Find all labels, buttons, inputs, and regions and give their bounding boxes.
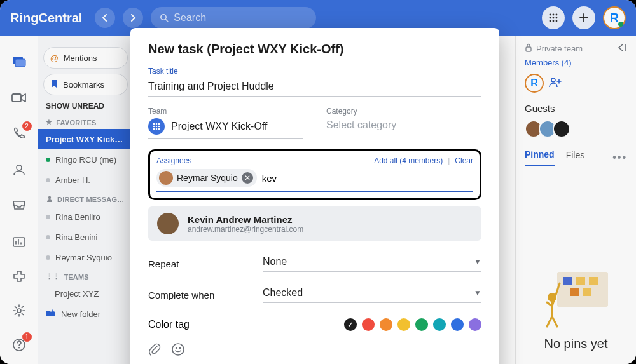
show-unread-toggle[interactable]: SHOW UNREAD xyxy=(46,102,125,111)
color-swatch[interactable] xyxy=(415,318,428,331)
nav-analytics-icon[interactable] xyxy=(10,233,28,251)
tab-more-button[interactable]: ••• xyxy=(612,152,627,163)
team-label: Team xyxy=(148,107,303,116)
add-all-link[interactable]: Add all (4 members) xyxy=(374,156,443,165)
category-label: Category xyxy=(326,107,481,116)
nav-inbox-icon[interactable] xyxy=(10,197,28,214)
category-select[interactable]: Select category xyxy=(326,118,481,135)
nav-phone-icon[interactable]: 2 xyxy=(10,125,28,142)
conversation-item[interactable]: Rina Benini xyxy=(38,227,133,247)
svg-rect-23 xyxy=(563,277,572,285)
assignee-chip-avatar xyxy=(159,171,173,185)
new-action-button[interactable] xyxy=(572,6,595,29)
svg-point-2 xyxy=(550,14,551,16)
nav-video-icon[interactable] xyxy=(10,90,28,107)
color-swatch[interactable] xyxy=(380,318,392,331)
team-selector[interactable]: Project WXY Kick-Off xyxy=(148,118,303,139)
nav-back-button[interactable] xyxy=(95,8,115,28)
nav-help-icon[interactable]: 1 xyxy=(10,336,28,354)
dm-section-header[interactable]: DIRECT MESSAG… xyxy=(46,195,125,204)
conversation-item[interactable]: Amber H. xyxy=(38,170,133,190)
conversation-item[interactable]: Ringo RCU (me) xyxy=(38,149,133,170)
dialpad-button[interactable] xyxy=(542,6,565,29)
color-swatch[interactable] xyxy=(469,318,481,331)
nav-rail: 2 1 xyxy=(0,36,38,364)
color-swatch[interactable] xyxy=(362,318,375,331)
new-folder-label: New folder xyxy=(61,309,100,319)
collapse-panel-icon[interactable] xyxy=(617,43,627,54)
add-member-button[interactable] xyxy=(549,76,562,91)
svg-rect-12 xyxy=(15,59,25,67)
svg-point-9 xyxy=(553,20,555,22)
conversation-item[interactable]: Project WXY Kick-Off xyxy=(38,129,133,149)
conversation-name: Amber H. xyxy=(55,175,90,185)
assignees-field-highlight: Assignees Add all (4 members) | Clear Re… xyxy=(148,149,481,200)
complete-when-select[interactable]: Checked ▼ xyxy=(263,287,481,303)
presence-dot xyxy=(46,255,50,260)
pinned-empty-state: No pins yet xyxy=(525,175,627,356)
tab-files[interactable]: Files xyxy=(566,150,585,165)
svg-point-19 xyxy=(48,196,51,199)
presence-dot xyxy=(46,235,50,239)
new-folder-item[interactable]: New folder xyxy=(38,304,133,324)
conversation-item[interactable]: Rina Benliro xyxy=(38,206,133,227)
svg-rect-26 xyxy=(570,288,579,296)
assignee-suggestion[interactable]: Kevin Andrew Martinez andrew.martinez@ri… xyxy=(148,206,481,241)
empty-pins-text: No pins yet xyxy=(544,337,607,351)
repeat-value: None xyxy=(263,256,287,267)
modal-title: New task (Project WXY Kick-Off) xyxy=(148,42,481,57)
favorites-section-header[interactable]: ★ FAVORITES xyxy=(46,118,125,126)
bookmarks-filter[interactable]: Bookmarks xyxy=(43,74,128,95)
mentions-label: Mentions xyxy=(64,53,97,63)
guest-avatar[interactable] xyxy=(553,120,570,138)
remove-assignee-icon[interactable]: ✕ xyxy=(242,172,253,184)
svg-rect-15 xyxy=(13,238,25,246)
color-swatch[interactable] xyxy=(398,318,410,331)
members-link[interactable]: Members (4) xyxy=(525,58,627,67)
mentions-filter[interactable]: @ Mentions xyxy=(43,47,128,69)
task-title-input[interactable] xyxy=(148,78,481,97)
profile-avatar[interactable]: R xyxy=(603,6,626,29)
nav-message-icon[interactable] xyxy=(10,53,28,71)
clear-assignees-link[interactable]: Clear xyxy=(455,156,473,165)
task-title-label: Task title xyxy=(148,67,481,76)
suggestion-avatar xyxy=(157,213,179,234)
svg-point-30 xyxy=(156,123,158,125)
presence-dot xyxy=(46,158,50,162)
nav-settings-icon[interactable] xyxy=(10,302,28,320)
team-avatar[interactable]: R xyxy=(525,74,544,93)
nav-contacts-icon[interactable] xyxy=(10,161,28,179)
suggestion-name: Kevin Andrew Martinez xyxy=(188,214,303,225)
lock-icon xyxy=(525,43,532,54)
emoji-icon[interactable] xyxy=(171,342,185,360)
color-swatch[interactable] xyxy=(433,318,446,331)
svg-point-37 xyxy=(158,128,160,130)
global-search[interactable]: Search xyxy=(151,7,316,29)
conversation-name: Project XYZ xyxy=(55,289,99,299)
teams-section-header[interactable]: ⋮⋮ TEAMS xyxy=(46,273,125,281)
conversation-name: Reymar Syquio xyxy=(55,253,112,262)
color-swatch[interactable] xyxy=(344,318,357,331)
color-swatches xyxy=(344,318,481,331)
svg-point-10 xyxy=(556,20,558,22)
svg-rect-25 xyxy=(589,277,598,285)
color-swatch[interactable] xyxy=(451,318,464,331)
svg-rect-24 xyxy=(576,277,585,285)
conversation-name: Rina Benini xyxy=(55,233,98,242)
team-avatar-icon xyxy=(148,118,165,135)
tab-pinned[interactable]: Pinned xyxy=(525,149,555,166)
assignee-chip: Reymar Syquio ✕ xyxy=(156,169,257,187)
svg-point-33 xyxy=(156,126,158,128)
nav-forward-button[interactable] xyxy=(123,8,143,28)
svg-point-5 xyxy=(550,17,551,19)
svg-line-1 xyxy=(166,19,169,22)
search-placeholder-text: Search xyxy=(174,12,206,24)
svg-point-21 xyxy=(551,78,555,82)
repeat-select[interactable]: None ▼ xyxy=(263,256,481,272)
conversation-item[interactable]: Project XYZ xyxy=(38,283,133,304)
attach-file-icon[interactable] xyxy=(148,342,161,360)
suggestion-email: andrew.martinez@ringcentral.com xyxy=(188,225,303,234)
nav-apps-icon[interactable] xyxy=(10,267,28,285)
conversation-item[interactable]: Reymar Syquio xyxy=(38,247,133,267)
guests-avatars[interactable] xyxy=(525,120,627,138)
